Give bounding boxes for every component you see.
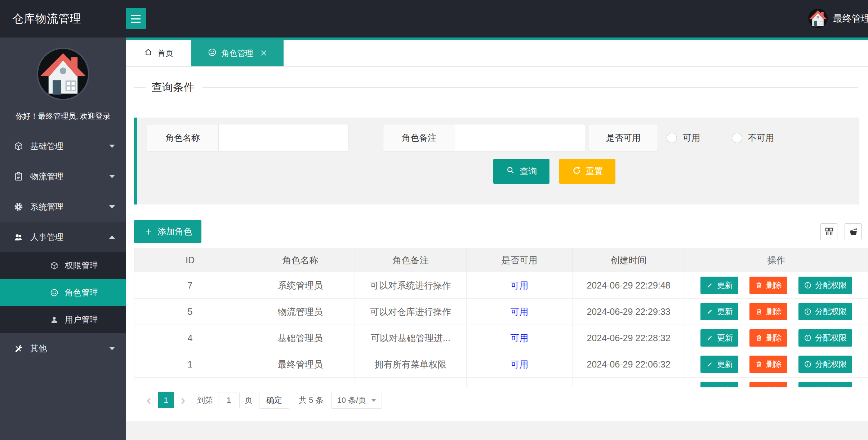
- gear-icon: [14, 202, 23, 212]
- prev-page-icon[interactable]: ‹: [143, 392, 154, 408]
- cell-created: 2024-06-29 22:28:32: [573, 325, 685, 351]
- close-icon[interactable]: ✕: [260, 48, 268, 58]
- update-button[interactable]: 更新: [700, 356, 738, 373]
- radio-label: 可用: [683, 132, 700, 144]
- button-label: 重置: [586, 166, 603, 177]
- sidebar-item-basic-mgmt[interactable]: 基础管理: [0, 131, 126, 161]
- assign-permission-button[interactable]: 分配权限: [798, 382, 852, 387]
- filter-columns-button[interactable]: [820, 223, 837, 240]
- hamburger-menu-button[interactable]: [126, 8, 146, 29]
- tab-home[interactable]: 首页: [126, 40, 191, 66]
- sidebar-item-other[interactable]: 其他: [0, 333, 126, 364]
- cell-name: 最终管理员: [246, 351, 355, 378]
- panel-accent-bar: [134, 118, 137, 204]
- menu-label: 物流管理: [30, 171, 63, 182]
- delete-button[interactable]: 删除: [749, 329, 787, 347]
- tab-role-mgmt[interactable]: 角色管理 ✕: [191, 40, 284, 66]
- cell-name: [246, 378, 355, 388]
- sidebar-item-system-mgmt[interactable]: 系统管理: [0, 192, 126, 222]
- cell-id: 5: [134, 299, 246, 325]
- reset-button[interactable]: 重置: [559, 159, 615, 184]
- trash-icon: [755, 360, 763, 368]
- update-button[interactable]: 更新: [700, 277, 738, 294]
- house-avatar-icon: [38, 49, 88, 99]
- current-page[interactable]: 1: [158, 392, 174, 408]
- sidebar-subitem-role-mgmt[interactable]: 角色管理: [0, 279, 126, 306]
- search-icon: [506, 166, 515, 177]
- query-fields-row: 角色名称 角色备注 是否可用 可用: [134, 124, 859, 151]
- sidebar-subitem-user-mgmt[interactable]: 用户管理: [0, 306, 126, 333]
- assign-permission-button[interactable]: 分配权限: [798, 277, 852, 294]
- goto-confirm-button[interactable]: 确定: [259, 392, 289, 409]
- header-user-area[interactable]: 最终管理员: [808, 9, 868, 28]
- cube-icon: [50, 261, 59, 270]
- trash-icon: [755, 334, 763, 342]
- columns-icon: [824, 226, 834, 237]
- export-button[interactable]: [845, 223, 862, 240]
- field-label: 角色备注: [383, 124, 455, 151]
- cube-icon: [14, 141, 23, 151]
- cell-created: 2024-06-29 22:06:32: [573, 351, 685, 378]
- assign-permission-button[interactable]: 分配权限: [798, 303, 852, 320]
- radio-disabled[interactable]: 不可用: [732, 132, 774, 144]
- radio-circle-icon[interactable]: [667, 133, 677, 143]
- cell-id: [134, 378, 246, 388]
- sidebar-subitem-permission-mgmt[interactable]: 权限管理: [0, 252, 126, 279]
- search-button[interactable]: 查询: [493, 159, 549, 184]
- menu-label: 基础管理: [30, 141, 63, 152]
- table-header-row: ID 角色名称 角色备注 是否可用 创建时间 操作: [134, 248, 868, 272]
- update-button[interactable]: 更新: [700, 303, 738, 320]
- assign-permission-button[interactable]: 分配权限: [798, 329, 852, 347]
- add-role-button[interactable]: ＋ 添加角色: [134, 220, 201, 243]
- info-circle-icon: [804, 281, 812, 289]
- menu-label: 权限管理: [65, 260, 98, 271]
- cell-remark: 可以对基础管理进...: [355, 325, 467, 351]
- update-button[interactable]: 更新: [700, 382, 738, 387]
- info-circle-icon: [804, 334, 812, 342]
- menu-label: 其他: [30, 343, 47, 354]
- info-circle-icon: [804, 308, 812, 316]
- chevron-up-icon: [109, 236, 115, 239]
- divider: [134, 87, 146, 88]
- tab-bar: 首页 角色管理 ✕: [126, 40, 868, 67]
- goto-label: 到第: [197, 395, 213, 406]
- main-area: 首页 角色管理 ✕ 查询条件: [126, 38, 868, 440]
- update-button[interactable]: 更新: [700, 329, 738, 347]
- role-name-input[interactable]: [219, 124, 349, 151]
- next-page-icon[interactable]: ›: [178, 392, 188, 408]
- user-icon: [50, 315, 59, 324]
- cell-enabled: 可用: [467, 272, 573, 299]
- roles-table: ID 角色名称 角色备注 是否可用 创建时间 操作 7 系统管理: [134, 248, 868, 387]
- button-label: 查询: [520, 166, 537, 177]
- radio-enabled[interactable]: 可用: [667, 132, 700, 144]
- delete-button[interactable]: 删除: [749, 277, 787, 294]
- delete-button[interactable]: 删除: [749, 303, 787, 320]
- assign-permission-button[interactable]: 分配权限: [798, 356, 852, 373]
- pencil-icon: [706, 281, 714, 289]
- delete-button[interactable]: 删除: [749, 356, 787, 373]
- col-role-name: 角色名称: [246, 248, 355, 272]
- radio-circle-icon[interactable]: [732, 133, 742, 143]
- cell-created: 2024-06-29 22:29:48: [573, 272, 685, 299]
- role-remark-input[interactable]: [455, 124, 585, 151]
- chevron-down-icon: [109, 175, 115, 178]
- export-icon: [848, 226, 858, 237]
- goto-page-input[interactable]: [218, 392, 240, 408]
- sidebar-item-hr-mgmt[interactable]: 人事管理: [0, 222, 126, 252]
- page-size-select[interactable]: 10 条/页: [331, 392, 382, 409]
- field-role-remark: 角色备注: [383, 124, 585, 151]
- cell-name: 物流管理员: [246, 299, 355, 325]
- query-legend: 查询条件: [134, 80, 868, 95]
- app-window: 仓库物流管理: [0, 0, 868, 440]
- page-content: 查询条件 角色名称 角色备注 是: [126, 67, 868, 421]
- table-row: 7 系统管理员 可以对系统进行操作 可用 2024-06-29 22:29:48…: [134, 272, 868, 299]
- query-buttons-row: 查询 重置: [493, 159, 859, 184]
- col-enabled: 是否可用: [467, 248, 573, 272]
- tab-label: 角色管理: [222, 48, 253, 59]
- col-actions: 操作: [685, 248, 868, 272]
- sidebar-item-logistics-mgmt[interactable]: 物流管理: [0, 161, 126, 192]
- pencil-icon: [706, 308, 714, 316]
- col-created: 创建时间: [573, 248, 685, 272]
- delete-button[interactable]: 删除: [749, 382, 787, 387]
- field-label: 角色名称: [147, 124, 219, 151]
